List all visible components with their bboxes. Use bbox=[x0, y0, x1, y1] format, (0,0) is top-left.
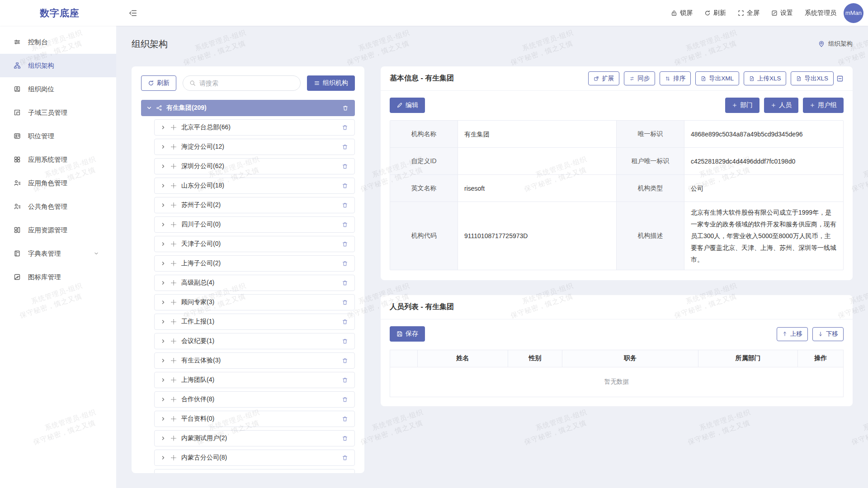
trash-icon[interactable] bbox=[342, 299, 348, 305]
tree-node[interactable]: 上海团队(4) bbox=[154, 372, 355, 388]
tree-node[interactable]: 管理员组(9) bbox=[154, 469, 355, 473]
drag-handle-icon[interactable] bbox=[170, 416, 177, 422]
trash-icon[interactable] bbox=[342, 435, 348, 441]
topbar-action[interactable]: 全屏 bbox=[738, 9, 760, 17]
move-down-button[interactable]: 下移 bbox=[812, 327, 844, 341]
trash-icon[interactable] bbox=[342, 124, 348, 131]
toolbar-button-导出XLS[interactable]: 导出XLS bbox=[791, 71, 834, 85]
drag-handle-icon[interactable] bbox=[170, 396, 177, 403]
chevron-down-icon[interactable] bbox=[146, 105, 152, 111]
org-structure-button[interactable]: 组织机构 bbox=[307, 75, 355, 91]
drag-handle-icon[interactable] bbox=[170, 319, 177, 325]
chevron-right-icon[interactable] bbox=[160, 358, 166, 363]
sidebar-item-subdomain[interactable]: 子域三员管理 bbox=[0, 101, 116, 124]
tree-search-input[interactable] bbox=[199, 80, 294, 87]
drag-handle-icon[interactable] bbox=[170, 377, 177, 383]
drag-handle-icon[interactable] bbox=[170, 455, 177, 461]
tree-node[interactable]: 会议纪要(1) bbox=[154, 333, 355, 349]
tree-node[interactable]: 平台资料(0) bbox=[154, 411, 355, 427]
topbar-action[interactable]: 设置 bbox=[771, 9, 793, 17]
tree-node[interactable]: 内蒙测试用户(2) bbox=[154, 430, 355, 446]
trash-icon[interactable] bbox=[342, 377, 348, 383]
chevron-right-icon[interactable] bbox=[160, 377, 166, 383]
chevron-right-icon[interactable] bbox=[160, 261, 166, 266]
drag-handle-icon[interactable] bbox=[170, 338, 177, 344]
sidebar-item-pubrole[interactable]: 公共角色管理 bbox=[0, 195, 116, 218]
toolbar-button-扩展[interactable]: 扩展 bbox=[588, 71, 619, 85]
sidebar-item-org[interactable]: 组织架构 bbox=[0, 54, 116, 77]
drag-handle-icon[interactable] bbox=[170, 183, 177, 189]
trash-icon[interactable] bbox=[342, 455, 348, 461]
topbar-action[interactable]: 刷新 bbox=[704, 9, 726, 17]
menu-fold-icon[interactable] bbox=[129, 9, 137, 17]
drag-handle-icon[interactable] bbox=[170, 280, 177, 286]
toolbar-button-导出XML[interactable]: 导出XML bbox=[695, 71, 739, 85]
chevron-right-icon[interactable] bbox=[160, 280, 166, 286]
chevron-right-icon[interactable] bbox=[160, 125, 166, 130]
chevron-right-icon[interactable] bbox=[160, 144, 166, 150]
tree-node[interactable]: 顾问专家(3) bbox=[154, 294, 355, 310]
move-up-button[interactable]: 上移 bbox=[777, 327, 808, 341]
drag-handle-icon[interactable] bbox=[170, 163, 177, 169]
trash-icon[interactable] bbox=[342, 183, 348, 189]
trash-icon[interactable] bbox=[342, 396, 348, 403]
sidebar-item-console[interactable]: 控制台 bbox=[0, 30, 116, 54]
trash-icon[interactable] bbox=[342, 280, 348, 286]
tree-node[interactable]: 深圳分公司(62) bbox=[154, 158, 355, 174]
trash-icon[interactable] bbox=[342, 338, 348, 344]
trash-icon[interactable] bbox=[342, 357, 348, 364]
drag-handle-icon[interactable] bbox=[170, 221, 177, 228]
drag-handle-icon[interactable] bbox=[170, 435, 177, 441]
collapse-panel-icon[interactable] bbox=[836, 75, 844, 82]
sidebar-item-approle[interactable]: 应用角色管理 bbox=[0, 171, 116, 195]
chevron-right-icon[interactable] bbox=[160, 338, 166, 344]
chevron-right-icon[interactable] bbox=[160, 300, 166, 305]
trash-icon[interactable] bbox=[342, 221, 348, 228]
avatar[interactable]: mMan bbox=[844, 3, 863, 23]
chevron-right-icon[interactable] bbox=[160, 202, 166, 208]
chevron-right-icon[interactable] bbox=[160, 397, 166, 402]
sidebar-item-appsys[interactable]: 应用系统管理 bbox=[0, 148, 116, 171]
tree-node[interactable]: 四川子公司(0) bbox=[154, 216, 355, 233]
drag-handle-icon[interactable] bbox=[170, 202, 177, 208]
tree-node[interactable]: 天津子公司(0) bbox=[154, 236, 355, 252]
tree-node[interactable]: 北京平台总部(66) bbox=[154, 119, 355, 136]
tree-node[interactable]: 合作伙伴(8) bbox=[154, 391, 355, 408]
trash-icon[interactable] bbox=[342, 241, 348, 247]
tree-node[interactable]: 苏州子公司(2) bbox=[154, 197, 355, 213]
tree-node[interactable]: 海淀分公司(12) bbox=[154, 139, 355, 155]
add-button-用户组[interactable]: 用户组 bbox=[803, 98, 844, 113]
trash-icon[interactable] bbox=[342, 260, 348, 267]
chevron-right-icon[interactable] bbox=[160, 164, 166, 169]
trash-icon[interactable] bbox=[342, 202, 348, 208]
drag-handle-icon[interactable] bbox=[170, 241, 177, 247]
drag-handle-icon[interactable] bbox=[170, 299, 177, 305]
tree-root-node[interactable]: 有生集团(209) bbox=[141, 100, 355, 116]
chevron-right-icon[interactable] bbox=[160, 455, 166, 460]
toolbar-button-上传XLS[interactable]: 上传XLS bbox=[744, 71, 787, 85]
toolbar-button-同步[interactable]: 同步 bbox=[624, 71, 655, 85]
chevron-right-icon[interactable] bbox=[160, 241, 166, 247]
chevron-right-icon[interactable] bbox=[160, 319, 166, 324]
drag-handle-icon[interactable] bbox=[170, 124, 177, 131]
tree-node[interactable]: 有生云体验(3) bbox=[154, 352, 355, 369]
trash-icon[interactable] bbox=[342, 416, 348, 422]
sidebar-item-appres[interactable]: 应用资源管理 bbox=[0, 218, 116, 242]
drag-handle-icon[interactable] bbox=[170, 357, 177, 364]
trash-icon[interactable] bbox=[342, 144, 348, 150]
sidebar-item-dict[interactable]: 字典表管理 bbox=[0, 242, 116, 265]
toolbar-button-排序[interactable]: 排序 bbox=[660, 71, 691, 85]
drag-handle-icon[interactable] bbox=[170, 144, 177, 150]
tree-node[interactable]: 工作上报(1) bbox=[154, 314, 355, 330]
topbar-action[interactable]: 锁屏 bbox=[671, 9, 693, 17]
drag-handle-icon[interactable] bbox=[170, 260, 177, 267]
trash-icon[interactable] bbox=[342, 105, 349, 111]
tree-node[interactable]: 山东分公司(18) bbox=[154, 178, 355, 194]
add-button-部门[interactable]: 部门 bbox=[725, 98, 760, 113]
edit-button[interactable]: 编辑 bbox=[390, 98, 425, 113]
chevron-right-icon[interactable] bbox=[160, 222, 166, 227]
chevron-right-icon[interactable] bbox=[160, 436, 166, 441]
save-button[interactable]: 保存 bbox=[390, 326, 425, 342]
current-user[interactable]: 系统管理员 bbox=[805, 9, 836, 17]
tree-node[interactable]: 高级副总(4) bbox=[154, 275, 355, 291]
